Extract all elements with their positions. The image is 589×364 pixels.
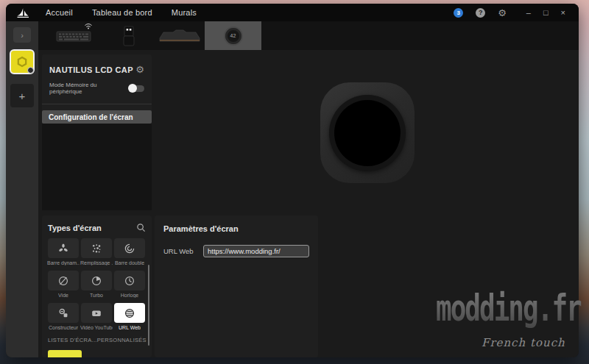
- tab-ram-module[interactable]: [155, 21, 205, 50]
- content-area: NAUTILUS LCD CAP ⚙ Mode Mémoire du périp…: [38, 50, 579, 357]
- type-vide[interactable]: Vide: [48, 271, 79, 301]
- screen-types-title: Types d'écran: [48, 224, 136, 232]
- nav-accueil[interactable]: Accueil: [46, 8, 73, 17]
- lcd-screen-preview: [334, 100, 401, 166]
- notification-badge[interactable]: 3: [454, 8, 463, 18]
- double-bar-icon: [124, 243, 135, 254]
- type-video-youtube[interactable]: Vidéo YouTube: [81, 303, 112, 333]
- hexagon-icon: [15, 55, 29, 68]
- rail-collapse-button[interactable]: ›: [13, 27, 31, 43]
- screen-type-grid: Barre dynam... Remplissage ...: [48, 238, 146, 333]
- icue-window: Accueil Tableau de bord Murals 3 ? ⚙ – □…: [6, 4, 579, 357]
- usb-dongle-icon: [122, 26, 135, 46]
- settings-gear-icon[interactable]: ⚙: [498, 8, 507, 18]
- turbo-gauge-icon: [91, 275, 102, 287]
- search-icon[interactable]: [136, 223, 146, 232]
- keyboard-icon: [56, 30, 91, 42]
- screen-types-scrollbar[interactable]: [148, 265, 149, 346]
- rail-add-button[interactable]: +: [10, 84, 34, 107]
- minimize-button[interactable]: –: [526, 9, 531, 17]
- builder-icon: [57, 307, 69, 319]
- device-settings-gear-icon[interactable]: ⚙: [135, 65, 144, 74]
- fill-dots-icon: [91, 243, 102, 254]
- youtube-icon: [91, 307, 102, 319]
- type-url-web[interactable]: URL Web: [114, 303, 145, 333]
- tab-usb-dongle[interactable]: [103, 21, 155, 50]
- tab-nautilus-knob[interactable]: 42: [205, 21, 261, 50]
- help-icon[interactable]: ?: [476, 8, 485, 18]
- divider: [42, 104, 152, 104]
- desktop-background: Accueil Tableau de bord Murals 3 ? ⚙ – □…: [0, 0, 589, 364]
- titlebar-controls: 3 ? ⚙ – □ ×: [454, 8, 579, 18]
- device-panel: NAUTILUS LCD CAP ⚙ Mode Mémoire du périp…: [42, 54, 152, 210]
- tab-keyboard[interactable]: [44, 21, 103, 50]
- titlebar: Accueil Tableau de bord Murals 3 ? ⚙ – □…: [6, 4, 579, 21]
- ram-module-icon: [158, 29, 201, 43]
- device-ring: [329, 95, 406, 171]
- window-controls: – □ ×: [526, 9, 565, 17]
- screen-settings-panel: Paramètres d'écran URL Web: [155, 215, 318, 357]
- add-screen-button[interactable]: +: [48, 350, 82, 357]
- clock-icon: [124, 275, 135, 287]
- knob-42-icon: 42: [224, 26, 243, 46]
- device-list-area: [42, 124, 152, 210]
- device-tabstrip: 42: [38, 21, 579, 50]
- maximize-button[interactable]: □: [543, 9, 549, 17]
- empty-icon: [57, 275, 69, 287]
- device-rail: › +: [6, 21, 38, 357]
- memory-mode-label: Mode Mémoire du périphérique: [49, 82, 129, 95]
- screen-config-item[interactable]: Configuration de l'écran: [42, 110, 152, 124]
- nav-tableau-de-bord[interactable]: Tableau de bord: [92, 8, 152, 17]
- toggle-knob: [128, 84, 137, 93]
- device-title: NAUTILUS LCD CAP: [49, 65, 135, 74]
- custom-lists-header[interactable]: LISTES D'ÉCRA...PERSONNALISÉS: [48, 337, 146, 343]
- main-nav: Accueil Tableau de bord Murals: [46, 8, 197, 17]
- type-constructeur[interactable]: Constructeur: [48, 303, 79, 333]
- nav-murals[interactable]: Murals: [172, 8, 197, 17]
- web-globe-icon: [124, 307, 135, 319]
- wifi-icon: [84, 23, 93, 29]
- screen-types-panel: Types d'écran Ba: [42, 215, 152, 357]
- dynamic-bar-icon: [57, 243, 69, 254]
- url-web-input[interactable]: [203, 245, 309, 257]
- type-horloge[interactable]: Horloge: [114, 271, 145, 301]
- type-remplissage[interactable]: Remplissage ...: [81, 238, 112, 268]
- corsair-logo-icon: [16, 7, 31, 18]
- type-barre-double[interactable]: Barre double: [114, 238, 145, 268]
- close-button[interactable]: ×: [561, 9, 565, 17]
- screen-settings-title: Paramètres d'écran: [163, 224, 309, 233]
- url-web-label: URL Web: [163, 247, 203, 255]
- type-turbo[interactable]: Turbo: [81, 271, 112, 301]
- nautilus-device-preview: [320, 82, 415, 183]
- memory-mode-toggle[interactable]: [129, 85, 144, 92]
- murals-device-button[interactable]: [10, 49, 35, 74]
- device-status-dot: [27, 67, 34, 74]
- type-barre-dynamique[interactable]: Barre dynam...: [48, 238, 79, 268]
